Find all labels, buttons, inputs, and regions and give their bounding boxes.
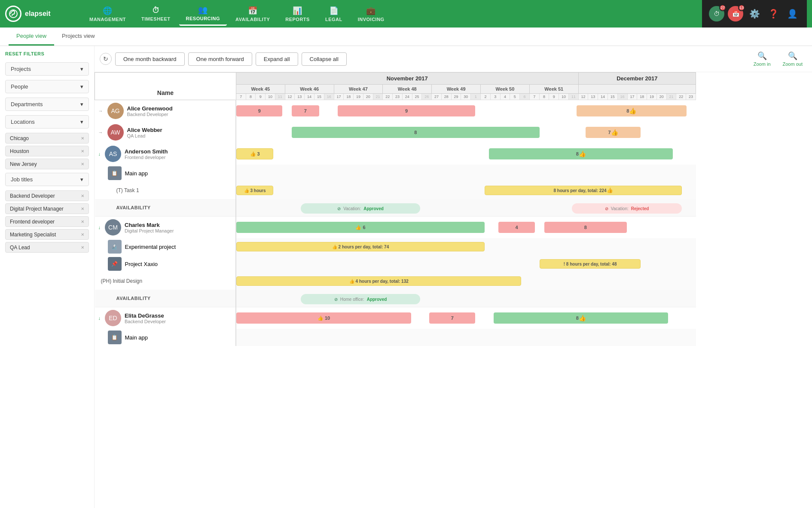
tab-people-view[interactable]: People view bbox=[9, 28, 54, 46]
anderson-availability-label-cell: AVAILABILITY bbox=[95, 199, 236, 217]
charles-mark-avatar: CM bbox=[105, 219, 121, 236]
day-9a: 9 bbox=[549, 94, 559, 100]
locations-filter-label: Locations bbox=[11, 119, 35, 125]
charles-initial-design-name-cell: (PH) Initial Design bbox=[95, 272, 236, 290]
person-row-elita-degrasse: ↓ ED Elita DeGrasse Backend Developer 👍 … bbox=[95, 307, 696, 329]
people-filter-label: People bbox=[11, 83, 28, 90]
expand-alice-greenwood[interactable]: → bbox=[98, 108, 103, 113]
logo[interactable]: elapseit bbox=[5, 6, 74, 22]
charles-availability-label-cell: AVAILABILITY bbox=[95, 290, 236, 307]
charles-availability-row: AVAILABILITY ⊘ Home office: Approved bbox=[95, 290, 696, 307]
job-titles-filter[interactable]: Job titles ▾ bbox=[5, 173, 89, 186]
gantt-scroll[interactable]: Name November 2017 December 2017 Week 45… bbox=[95, 72, 812, 508]
settings-button[interactable]: ⚙️ bbox=[747, 6, 762, 21]
management-icon: 🌐 bbox=[103, 6, 113, 15]
gantt-table: Name November 2017 December 2017 Week 45… bbox=[95, 72, 696, 346]
homeoffice-circle-icon: ⊘ bbox=[334, 297, 338, 302]
remove-new-jersey-button[interactable]: × bbox=[81, 161, 84, 167]
elita-mainapp-project-icon: 📋 bbox=[108, 331, 122, 344]
expand-charles-mark[interactable]: ↓ bbox=[98, 225, 101, 230]
sidebar: RESET FILTERS Projects ▾ People ▾ Depart… bbox=[0, 46, 95, 508]
day-13a: 13 bbox=[588, 94, 598, 100]
xaxio-project-icon: 📌 bbox=[108, 257, 122, 271]
remove-backend-button[interactable]: × bbox=[81, 193, 84, 199]
remove-chicago-button[interactable]: × bbox=[81, 135, 84, 141]
job-titles-filter-label: Job titles bbox=[11, 176, 33, 183]
calendar-icon: 📅 bbox=[732, 10, 739, 17]
day-17a: 17 bbox=[627, 94, 637, 100]
refresh-button[interactable]: ↻ bbox=[100, 53, 112, 65]
remove-marketing-button[interactable]: × bbox=[81, 231, 84, 238]
day-8: 8 bbox=[246, 94, 256, 100]
timer-badge-btn[interactable]: ⏱ 27 bbox=[709, 6, 724, 21]
day-23: 23 bbox=[393, 94, 403, 100]
elita-degrasse-avatar: ED bbox=[105, 310, 121, 326]
reset-filters-button[interactable]: RESET FILTERS bbox=[5, 51, 89, 56]
nav-invoicing[interactable]: 💼 INVOICING bbox=[351, 3, 391, 25]
day-21a: 21 bbox=[666, 94, 676, 100]
person-row-alice-greenwood: → AG Alice Greenwood Backend Developer bbox=[95, 100, 696, 122]
charles-xaxio-row: 📌 Project Xaxio ! 8 hours per day, total… bbox=[95, 255, 696, 272]
day-1a: 1 bbox=[471, 94, 481, 100]
one-month-forward-button[interactable]: One month forward bbox=[188, 52, 252, 66]
anderson-availability-gantt-cell: ⊘ Vacation: Approved ⊘ Vacation: Rejecte… bbox=[236, 199, 696, 217]
day-11a: 11 bbox=[568, 94, 578, 100]
expand-elita-degrasse[interactable]: ↓ bbox=[98, 315, 101, 321]
december-header: December 2017 bbox=[578, 73, 696, 85]
logo-icon bbox=[5, 6, 21, 22]
projects-dropdown-icon: ▾ bbox=[80, 66, 83, 72]
anderson-mainapp-name-cell: 📋 Main app bbox=[95, 165, 236, 182]
nav-reports[interactable]: 📊 REPORTS bbox=[278, 3, 317, 25]
jobtitle-tag-backend: Backend Developer × bbox=[5, 190, 89, 201]
nav-timesheet[interactable]: ⏱ TIMESHEET bbox=[134, 3, 177, 25]
week-46: Week 46 bbox=[285, 85, 334, 94]
week-47: Week 47 bbox=[334, 85, 383, 94]
nav-resourcing[interactable]: 👥 RESOURCING bbox=[179, 2, 227, 26]
expand-anderson-smith[interactable]: ↓ bbox=[98, 151, 101, 156]
remove-qa-button[interactable]: × bbox=[81, 244, 84, 251]
day-16: 16 bbox=[324, 94, 334, 100]
alice-greenwood-name-cell: → AG Alice Greenwood Backend Developer bbox=[95, 100, 236, 122]
projects-filter[interactable]: Projects ▾ bbox=[5, 62, 89, 76]
expand-alice-webber[interactable]: → bbox=[98, 130, 103, 135]
week-45: Week 45 bbox=[236, 85, 285, 94]
day-26: 26 bbox=[422, 94, 432, 100]
departments-filter[interactable]: Departments ▾ bbox=[5, 98, 89, 111]
person-row-anderson-smith: ↓ AS Anderson Smith Frontend developer 👍 bbox=[95, 143, 696, 165]
calendar-badge-btn[interactable]: 📅 13 bbox=[728, 6, 743, 21]
zoom-in-button[interactable]: 🔍 Zoom in bbox=[749, 50, 775, 67]
alice-webber-avatar: AW bbox=[107, 124, 124, 141]
day-22a: 22 bbox=[676, 94, 686, 100]
locations-dropdown-icon: ▾ bbox=[80, 119, 83, 125]
zoom-out-button[interactable]: 🔍 Zoom out bbox=[778, 50, 807, 67]
resourcing-icon: 👥 bbox=[198, 5, 208, 15]
day-6a: 6 bbox=[520, 94, 530, 100]
tab-projects-view[interactable]: Projects view bbox=[54, 28, 103, 46]
locations-filter[interactable]: Locations ▾ bbox=[5, 115, 89, 129]
top-navigation: elapseit 🌐 MANAGEMENT ⏱ TIMESHEET 👥 RESO… bbox=[0, 0, 812, 28]
day-25: 25 bbox=[412, 94, 422, 100]
jobtitle-tag-qa: QA Lead × bbox=[5, 242, 89, 253]
calendar-badge-count: 13 bbox=[738, 4, 745, 11]
day-23a: 23 bbox=[686, 94, 696, 100]
job-titles-dropdown-icon: ▾ bbox=[80, 176, 83, 183]
location-tag-new-jersey: New Jersey × bbox=[5, 159, 89, 169]
expand-all-button[interactable]: Expand all bbox=[256, 52, 298, 66]
remove-frontend-button[interactable]: × bbox=[81, 218, 84, 225]
nav-availability[interactable]: 📅 AVAILABILITY bbox=[229, 3, 277, 25]
nav-management[interactable]: 🌐 MANAGEMENT bbox=[82, 3, 133, 25]
day-9: 9 bbox=[256, 94, 266, 100]
collapse-all-button[interactable]: Collapse all bbox=[302, 52, 347, 66]
legal-icon: 📄 bbox=[329, 6, 339, 15]
nav-legal[interactable]: 📄 LEGAL bbox=[318, 3, 349, 25]
user-button[interactable]: 👤 bbox=[785, 6, 800, 21]
charles-mark-name-cell: ↓ CM Charles Mark Digital Project Manage… bbox=[95, 217, 236, 239]
charles-experimental-gantt-cell: 👍 2 hours per day, total: 74 bbox=[236, 238, 696, 255]
one-month-backward-button[interactable]: One month backward bbox=[115, 52, 185, 66]
day-19a: 19 bbox=[647, 94, 657, 100]
day-27: 27 bbox=[432, 94, 442, 100]
remove-dpm-button[interactable]: × bbox=[81, 205, 84, 212]
people-filter[interactable]: People ▾ bbox=[5, 80, 89, 93]
help-button[interactable]: ❓ bbox=[766, 6, 781, 21]
remove-houston-button[interactable]: × bbox=[81, 148, 84, 154]
